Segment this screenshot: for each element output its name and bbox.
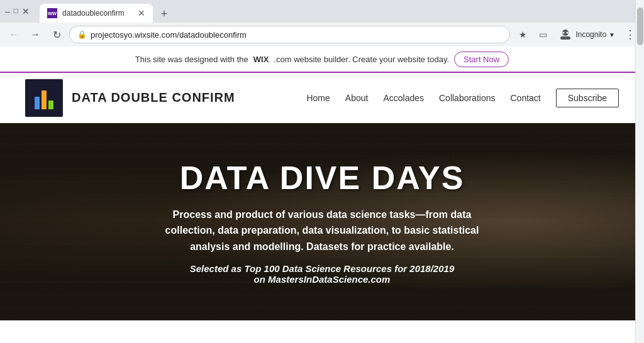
bookmark-icon[interactable]: ★ [514, 26, 531, 43]
nav-collaborations[interactable]: Collaborations [439, 93, 496, 103]
scrollbar[interactable] [635, 0, 644, 343]
toolbar-right: ★ ▭ Incognito ▼ ⋮ [514, 26, 639, 43]
logo-box [25, 79, 63, 117]
title-bar: – □ ✕ ww datadoubleconfirm ✕ + [0, 0, 644, 23]
tab-favicon: ww [47, 8, 57, 18]
site-navigation: Home About Accolades Collaborations Cont… [306, 89, 619, 107]
address-text: projectosyo.wixsite.com/datadoubleconfir… [91, 30, 247, 40]
logo-area: DATA DOUBLE CONFIRM [25, 79, 306, 117]
nav-about[interactable]: About [345, 93, 369, 103]
incognito-icon [558, 27, 573, 42]
minimize-icon[interactable]: – [5, 6, 10, 16]
hero-section: DATA DIVE DAYS Process and product of va… [0, 123, 644, 320]
site-logo-title: DATA DOUBLE CONFIRM [72, 90, 235, 105]
incognito-chevron: ▼ [609, 31, 615, 38]
nav-accolades[interactable]: Accolades [383, 93, 424, 103]
close-icon[interactable]: ✕ [22, 6, 30, 16]
banner-text-suffix: .com website builder. Create your websit… [274, 55, 449, 64]
bar-chart-3 [48, 101, 53, 109]
hero-title: DATA DIVE DAYS [180, 159, 465, 197]
banner-text-prefix: This site was designed with the [135, 55, 248, 64]
new-tab-button[interactable]: + [155, 5, 173, 23]
back-button[interactable]: ← [5, 26, 23, 43]
start-now-button[interactable]: Start Now [454, 52, 509, 67]
wix-brand: WIX [253, 55, 269, 64]
hero-subtitle: Process and product of various data scie… [158, 207, 486, 255]
svg-rect-1 [560, 36, 570, 40]
logo-bars [35, 87, 53, 109]
hero-tagline-line2: on MastersInDataScience.com [254, 274, 391, 285]
address-bar[interactable]: 🔒 projectosyo.wixsite.com/datadoubleconf… [69, 26, 510, 43]
maximize-icon[interactable]: □ [14, 6, 18, 16]
hero-tagline-line1: Selected as Top 100 Data Science Resourc… [190, 263, 455, 274]
forward-button[interactable]: → [26, 26, 44, 43]
hero-tagline: Selected as Top 100 Data Science Resourc… [190, 263, 455, 285]
tab-bar: ww datadoubleconfirm ✕ + [35, 0, 178, 23]
subscribe-button[interactable]: Subscribe [556, 89, 619, 107]
nav-home[interactable]: Home [306, 93, 330, 103]
svg-point-3 [567, 32, 569, 34]
bar-chart-2 [42, 90, 47, 109]
reload-button[interactable]: ↻ [48, 26, 65, 43]
active-tab[interactable]: ww datadoubleconfirm ✕ [40, 4, 153, 23]
browser-chrome: – □ ✕ ww datadoubleconfirm ✕ + ← → ↻ 🔒 p… [0, 0, 644, 46]
tab-close-button[interactable]: ✕ [138, 8, 145, 18]
wix-banner: This site was designed with the WIX .com… [0, 46, 644, 73]
tab-title: datadoubleconfirm [62, 9, 125, 18]
site-header: DATA DOUBLE CONFIRM Home About Accolades… [0, 73, 644, 123]
cast-icon[interactable]: ▭ [534, 26, 552, 43]
logo-container [25, 79, 63, 117]
incognito-label: Incognito [575, 30, 606, 39]
incognito-button[interactable]: Incognito ▼ [554, 26, 619, 43]
scrollbar-thumb[interactable] [637, 8, 643, 45]
nav-contact[interactable]: Contact [510, 93, 540, 103]
lock-icon: 🔒 [77, 30, 87, 39]
bar-chart-1 [35, 97, 40, 109]
svg-point-2 [563, 32, 565, 34]
window-controls: – □ ✕ [5, 6, 30, 16]
address-bar-row: ← → ↻ 🔒 projectosyo.wixsite.com/datadoub… [0, 23, 644, 46]
